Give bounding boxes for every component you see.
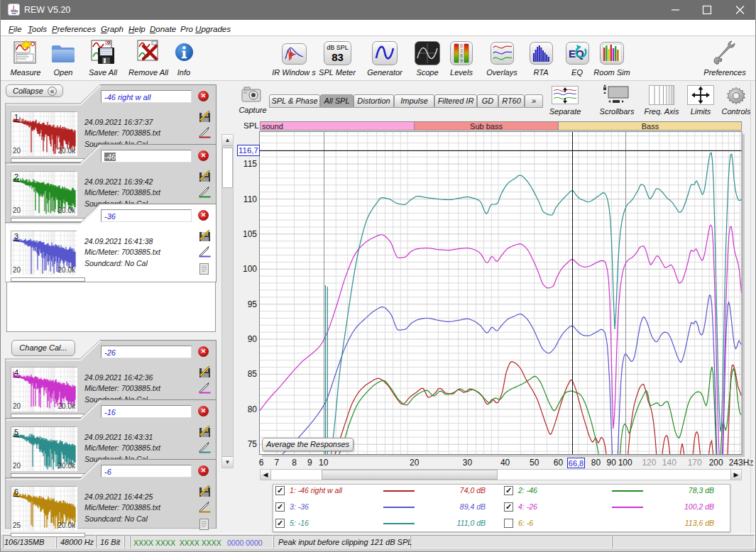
svg-text:120: 120 [642, 458, 656, 468]
svg-text:80: 80 [591, 458, 601, 468]
svg-text:9: 9 [307, 458, 312, 468]
svg-text:Sub bass: Sub bass [470, 122, 503, 131]
svg-text:SPL: SPL [243, 121, 259, 130]
svg-text:80: 80 [248, 404, 258, 414]
svg-text:50: 50 [530, 458, 539, 468]
svg-text:sound: sound [262, 122, 283, 131]
svg-text:83: 83 [332, 51, 344, 63]
svg-text:dB SPL: dB SPL [327, 44, 349, 51]
svg-text:7: 7 [275, 458, 280, 468]
svg-text:10: 10 [319, 458, 329, 468]
svg-text:30: 30 [463, 458, 473, 468]
svg-text:20: 20 [410, 458, 420, 468]
svg-text:6: 6 [259, 458, 264, 468]
svg-text:9: 9 [460, 58, 463, 63]
svg-text:90: 90 [248, 334, 258, 344]
svg-text:140: 140 [662, 458, 676, 468]
svg-text:Bass: Bass [642, 122, 659, 131]
svg-text:6: 6 [460, 53, 463, 58]
svg-text:75: 75 [248, 439, 258, 449]
svg-text:105: 105 [243, 229, 257, 239]
svg-text:100: 100 [618, 458, 632, 468]
svg-text:66,8: 66,8 [569, 459, 584, 468]
svg-text:100: 100 [243, 264, 257, 274]
svg-text:60: 60 [554, 458, 564, 468]
svg-text:8: 8 [292, 458, 297, 468]
svg-text:3: 3 [460, 48, 463, 53]
svg-text:170: 170 [688, 458, 702, 468]
svg-text:85: 85 [248, 369, 258, 379]
svg-text:40: 40 [500, 458, 510, 468]
svg-text:90: 90 [607, 458, 617, 468]
svg-text:110: 110 [243, 194, 257, 204]
svg-text:115: 115 [243, 159, 257, 169]
svg-text:0: 0 [460, 43, 463, 48]
svg-text:95: 95 [248, 299, 258, 309]
svg-text:116,7: 116,7 [239, 146, 258, 155]
svg-text:200: 200 [709, 458, 723, 468]
